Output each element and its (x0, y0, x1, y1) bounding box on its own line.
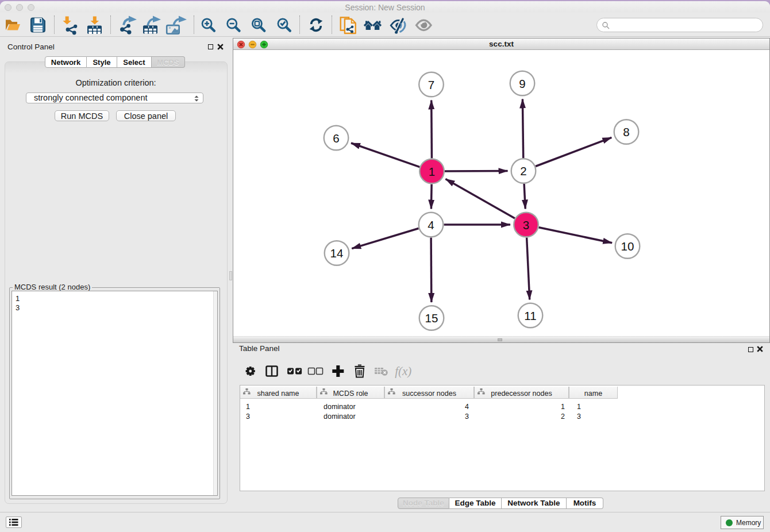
svg-text:f(x): f(x) (395, 364, 411, 378)
svg-text:9: 9 (519, 77, 525, 90)
svg-text:1: 1 (429, 165, 435, 178)
svg-text:11: 11 (524, 309, 536, 322)
svg-text:2: 2 (520, 164, 526, 178)
svg-text:14: 14 (330, 246, 344, 260)
svg-text:15: 15 (425, 311, 438, 325)
svg-text:10: 10 (621, 240, 634, 253)
svg-text:8: 8 (623, 125, 629, 138)
svg-text:7: 7 (428, 78, 434, 91)
svg-text:6: 6 (333, 132, 339, 145)
svg-text:3: 3 (523, 218, 529, 232)
svg-text:4: 4 (428, 218, 434, 232)
